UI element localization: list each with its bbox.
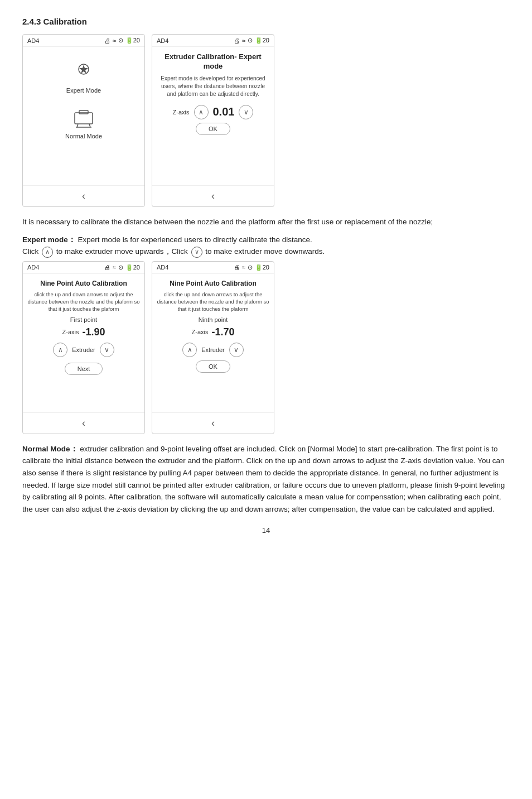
extruder-up-btn-1[interactable]: ∧: [53, 343, 67, 357]
normal-mode-body: extruder calibration and 9-point levelin…: [22, 445, 505, 513]
back-arrow-2[interactable]: ‹: [211, 190, 215, 202]
extruder-down-btn-2[interactable]: ∨: [229, 343, 244, 357]
zaxis-up-btn[interactable]: ∧: [194, 105, 209, 119]
screens-row-1: AD4 🖨 ≈ ⊙ 🔋20 Expert Mode: [22, 34, 510, 207]
printer-icon-4: 🖨: [234, 264, 240, 271]
battery-icon-4: 🔋20: [255, 264, 269, 271]
screen-expert-calibration: AD4 🖨 ≈ ⊙ 🔋20 Extruder Calibration- Expe…: [152, 34, 274, 207]
topbar-device-3: AD4: [27, 264, 39, 271]
wifi-icon-3: ≈: [113, 264, 116, 271]
paragraph-3-mid: to make extruder move upwards，Click: [54, 247, 190, 256]
screen-body-2: Extruder Calibration- Expert mode Expert…: [152, 47, 274, 185]
extruder-row-1: ∧ Extruder ∨: [53, 343, 114, 357]
topbar-device-2: AD4: [157, 37, 168, 44]
topbar-icons-3: 🖨 ≈ ⊙ 🔋20: [104, 264, 140, 271]
zaxis-label-np-1: Z-axis: [62, 329, 79, 335]
nine-point-title-2: Nine Point Auto Calibration: [170, 280, 257, 287]
topbar-2: AD4 🖨 ≈ ⊙ 🔋20: [152, 35, 274, 47]
camera-icon: ⊙: [118, 37, 123, 44]
extruder-up-btn-2[interactable]: ∧: [182, 343, 197, 357]
paragraph-1-text: It is necessary to calibrate the distanc…: [22, 218, 433, 226]
normal-mode-paragraph: Normal Mode： extruder calibration and 9-…: [22, 443, 510, 516]
extruder-label-2: Extruder: [201, 346, 225, 353]
expert-mode-label: Expert Mode: [66, 87, 101, 94]
normal-mode-label: Normal Mode: [65, 133, 102, 139]
paragraph-1: It is necessary to calibrate the distanc…: [22, 216, 510, 228]
screen-body-3: Nine Point Auto Calibration click the up…: [23, 274, 144, 412]
normal-mode-title: Normal Mode：: [22, 445, 78, 453]
paragraph-2-prefix: Expert mode：: [22, 235, 76, 244]
ok-button-expert[interactable]: OK: [196, 123, 230, 135]
screen-footer-4: ‹: [152, 412, 274, 434]
zaxis-down-btn[interactable]: ∨: [239, 105, 253, 119]
svg-rect-2: [75, 113, 93, 124]
screen-body-1: Expert Mode Normal Mode: [23, 47, 144, 185]
extruder-down-btn-1[interactable]: ∨: [100, 343, 114, 357]
topbar-device-1: AD4: [27, 37, 39, 44]
topbar-4: AD4 🖨 ≈ ⊙ 🔋20: [152, 262, 274, 274]
camera-icon-4: ⊙: [248, 264, 253, 271]
expert-mode-option[interactable]: Expert Mode: [66, 60, 101, 94]
zaxis-value-np-2: -1.70: [211, 326, 234, 338]
screens-row-2: AD4 🖨 ≈ ⊙ 🔋20 Nine Point Auto Calibratio…: [22, 261, 510, 434]
nine-point-desc-2: click the up and down arrows to adjust t…: [157, 291, 269, 313]
zaxis-row-np-2: Z-axis -1.70: [192, 326, 235, 338]
back-arrow-1[interactable]: ‹: [82, 190, 85, 202]
screen-body-4: Nine Point Auto Calibration click the up…: [152, 274, 274, 412]
paragraph-3-prefix: Click: [22, 247, 41, 256]
screen-nine-point-first: AD4 🖨 ≈ ⊙ 🔋20 Nine Point Auto Calibratio…: [22, 261, 145, 434]
nine-point-desc-1: click the up and down arrows to adjust t…: [27, 291, 140, 313]
normal-mode-icon: [71, 106, 96, 131]
svg-rect-3: [79, 110, 88, 114]
zaxis-label-np-2: Z-axis: [192, 329, 209, 335]
battery-icon-3: 🔋20: [125, 264, 140, 271]
topbar-icons-2: 🖨 ≈ ⊙ 🔋20: [234, 37, 269, 44]
page-number: 14: [22, 526, 510, 535]
wifi-icon-4: ≈: [242, 264, 245, 271]
zaxis-label-expert: Z-axis: [173, 109, 190, 115]
svg-line-5: [89, 124, 90, 127]
down-circle-icon: ∨: [191, 247, 202, 258]
paragraph-2-text: Expert mode is for experienced users to …: [76, 235, 312, 244]
svg-marker-1: [79, 65, 88, 74]
screen-footer-2: ‹: [152, 185, 274, 206]
printer-icon: 🖨: [104, 37, 110, 44]
screen-footer-1: ‹: [23, 185, 144, 206]
zaxis-row-np-1: Z-axis -1.90: [62, 326, 105, 338]
screen-footer-3: ‹: [23, 412, 144, 434]
wifi-icon-2: ≈: [242, 37, 245, 44]
section-title: 2.4.3 Calibration: [22, 17, 510, 26]
zaxis-value-expert: 0.01: [213, 105, 235, 118]
normal-mode-option[interactable]: Normal Mode: [65, 106, 102, 139]
up-circle-icon: ∧: [42, 247, 53, 258]
topbar-icons-1: 🖨 ≈ ⊙ 🔋20: [104, 37, 140, 44]
camera-icon-3: ⊙: [118, 264, 123, 271]
ok-button-ninth[interactable]: OK: [196, 360, 230, 373]
back-arrow-3[interactable]: ‹: [82, 417, 85, 429]
topbar-1: AD4 🖨 ≈ ⊙ 🔋20: [23, 35, 144, 47]
ninth-point-label: Ninth point: [199, 316, 228, 323]
extruder-label-1: Extruder: [72, 346, 95, 353]
paragraph-2: Expert mode： Expert mode is for experien…: [22, 234, 510, 258]
paragraph-3-suffix: to make extruder move downwards.: [204, 247, 325, 256]
svg-line-4: [77, 124, 78, 127]
expert-mode-icon: [71, 60, 96, 85]
zaxis-row-expert: Z-axis ∧ 0.01 ∨: [173, 105, 254, 119]
topbar-3: AD4 🖨 ≈ ⊙ 🔋20: [23, 262, 144, 274]
screen-expert-mode-selection: AD4 🖨 ≈ ⊙ 🔋20 Expert Mode: [22, 34, 145, 207]
battery-icon: 🔋20: [125, 37, 140, 44]
printer-icon-3: 🖨: [104, 264, 110, 271]
first-point-label: First point: [70, 316, 97, 323]
expert-calib-title: Extruder Calibration- Expert mode: [157, 52, 269, 71]
next-button[interactable]: Next: [65, 363, 103, 375]
topbar-device-4: AD4: [157, 264, 168, 271]
camera-icon-2: ⊙: [248, 37, 253, 44]
extruder-row-2: ∧ Extruder ∨: [182, 343, 244, 357]
nine-point-title-1: Nine Point Auto Calibration: [40, 280, 127, 287]
back-arrow-4[interactable]: ‹: [211, 417, 215, 429]
topbar-icons-4: 🖨 ≈ ⊙ 🔋20: [234, 264, 269, 271]
expert-calib-desc: Expert mode is developed for experienced…: [157, 75, 269, 98]
printer-icon-2: 🖨: [234, 37, 240, 44]
zaxis-value-np-1: -1.90: [82, 326, 105, 338]
wifi-icon: ≈: [113, 37, 116, 44]
